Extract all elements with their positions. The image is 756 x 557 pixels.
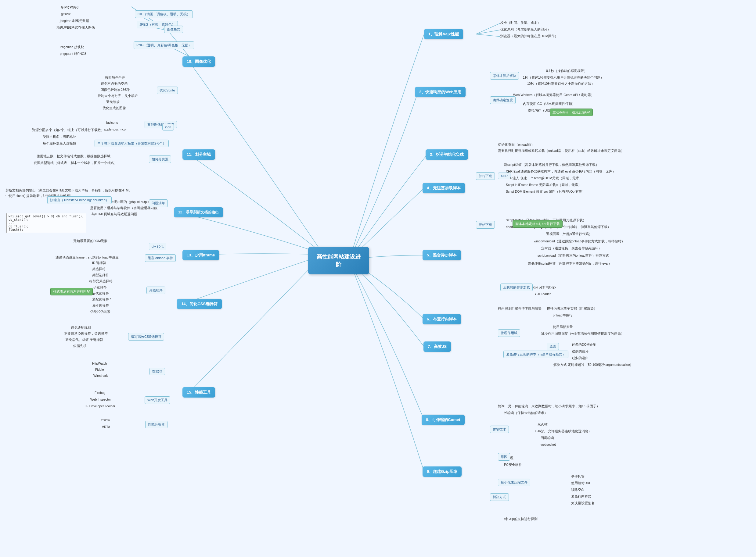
leaf-no-desc-tag: 避免后代、标签-子选择符	[65, 338, 104, 342]
sub-async-web: 互联网的异步加载	[500, 284, 533, 291]
sub-perf-analyzer: 性能分析器	[145, 421, 167, 428]
leaf-websocket: websocket	[541, 443, 556, 446]
sub-ensure-speed: 确保确定速度	[490, 96, 515, 104]
sub-script-parallel: 脚本本地定格<ul, chr并行下载	[512, 220, 563, 228]
leaf-type-domain: 资源类型选域（样式表、脚本一个域名，图片一个域名）	[33, 161, 117, 165]
leaf-calibrate: 校准（时间、质量、成本）	[500, 21, 541, 25]
sub-how-to-split: 如何分资源	[149, 155, 171, 163]
branch-8: 8、可伸缩的Comet	[422, 415, 465, 425]
sub-reason-9: 原因	[498, 453, 510, 461]
leaf-var-alias: 为决量设置别名	[571, 501, 595, 505]
leaf-ie-toolbar: IE Developer Toolbar	[85, 404, 115, 408]
leaf-inline-block: 行内脚本阻塞并行下载与渲染	[498, 307, 541, 311]
sub-efficient-css: 编写高效CSS选择符	[128, 333, 164, 341]
sub-web-devtools: Web开发工具	[145, 396, 170, 404]
svg-line-2	[476, 34, 500, 37]
leaf-reduce-scope: 减少作用域链深度（with有增长作用链链接深度的问题）	[541, 332, 624, 336]
leaf-size-align: 控制大小与对齐，灵个填近	[97, 94, 138, 98]
leaf-wireshark: Wireshark	[93, 374, 108, 377]
leaf-script-onload: script.onload（监听脚本的onload事件）推荐方式	[537, 254, 609, 258]
leaf-apple-touch: apple-touch-icon	[104, 127, 128, 131]
sub-solution-9: 解决方式	[490, 493, 509, 501]
leaf-no-wildcard: 避免通配规则	[71, 326, 91, 330]
svg-line-1	[476, 30, 500, 34]
leaf-gif-png8: GIF转PNG8	[61, 5, 78, 10]
leaf-256color: 闭颜色控制在256种	[101, 88, 130, 92]
leaf-move-to-top: 把行内脚本移至页部（阻塞渲染）	[547, 307, 597, 311]
leaf-browser-dom: 浏览器（最大的并稀住在是DOM操作）	[500, 34, 558, 38]
sub-block-onload: 阻塞 onload 事件	[145, 254, 176, 262]
leaf-html-domain: 与HTML页域名与导致延迟问题	[91, 212, 137, 216]
sub-avoid-longscript: 避免进行运长的脚本（js是单线程模式）	[503, 351, 568, 358]
branch-13: 13、少用iframe	[183, 250, 219, 260]
leaf-1sec: 1秒（超过1秒需要引示用户计算机正在解决这个问题）	[523, 76, 604, 80]
leaf-new-script-tag: 新script标签（高版本浏览器并行下载，依然阻塞其他资源下载）	[504, 163, 599, 167]
sub-xhr: XHR	[498, 173, 510, 179]
leaf-too-many-dom: 过多的DOM操作	[572, 343, 596, 347]
sub-single-download: 单个城下载资源尽为极限（开发数有限2-6个）	[94, 140, 169, 147]
leaf-resource-multi: 资源分配多个（如2个）域上（可以并行下载数）	[32, 128, 104, 132]
leaf-01sec: 0.1秒（操作UI的感觉极限）	[546, 69, 587, 73]
leaf-hash-domain: 使用地云数，把文件名转成整数，根据整数选择域	[37, 154, 110, 158]
leaf-web-inspector: Web Inspector	[90, 398, 111, 401]
leaf-local-var: 使用局部变量	[553, 325, 573, 329]
sub-min-uncompressed: 最小化未压缩文件	[498, 479, 530, 486]
leaf-yui-loader: YUI Loader	[534, 292, 551, 296]
branch-6: 6、布置行内脚本	[423, 314, 461, 324]
branch-5: 5、整合异步脚本	[423, 250, 461, 260]
leaf-10sec: 10秒（超过10秒需要百分之十新操作的方法）	[527, 82, 595, 86]
branch-7: 7、高效JS	[423, 342, 451, 352]
branch-1: 1、理解Aajx性能	[424, 29, 463, 39]
leaf-gifsicle: gifsicle	[61, 12, 71, 16]
leaf-memory-gc: 内存使用 GC（UI出现间断性停顿）	[523, 102, 576, 106]
leaf-callback-poll: 回调轮询	[541, 436, 554, 440]
branch-14: 14、简化CSS选择符	[177, 299, 222, 309]
leaf-wildcard-selector: 通配选择符 *	[92, 298, 111, 302]
leaf-attr-selector: 属性选择符	[92, 304, 109, 308]
leaf-relative-url: 使用相对URL	[571, 481, 591, 486]
leaf-transparent-callback: 透视回调（外部js通常行代码）	[546, 232, 592, 236]
leaf-too-many-recur: 过多的递归	[572, 356, 589, 360]
mind-map: 高性能网站建设进阶 1、理解Aajx性能 2、快速响应的Web应用 3、拆分初始…	[0, 0, 756, 557]
sub-icon: icon	[162, 124, 174, 130]
leaf-init-before: 初始化页面（onload前）	[498, 143, 534, 147]
branch-15: 15、性能工具	[183, 387, 215, 398]
sub-div-replace: div 代代	[149, 243, 166, 250]
code-block: while(ob_get_level() > 0) ob_end_flush()…	[6, 213, 86, 233]
leaf-no-id-class: 不要随意ID选择符，类选择符	[64, 332, 108, 336]
sub-png: PNG（透明、真彩色/调色板、无损）	[134, 41, 194, 49]
leaf-fiddle: Fiddle	[95, 368, 104, 371]
leaf-window-onload: window.onload（通过跟踪onload事件的方式加载，等待超时）	[534, 239, 625, 243]
leaf-pngcrush: Pngcrush 挤块块	[60, 45, 84, 49]
sub-transport-tech: 传输技术	[490, 426, 509, 433]
sub-manage-scope: 管理作用域	[498, 329, 520, 337]
branch-3: 3、拆分初始化负载	[426, 149, 468, 160]
leaf-script-iframe: Script in iFrame iframe 无阻塞加载js（同域，无库）	[506, 183, 582, 187]
branch-10: 10、图像优化	[183, 56, 215, 67]
leaf-remove-blank: 移除空白	[571, 488, 585, 492]
leaf-jpeg-progressive: 渐进JPEG格式存储大图像	[56, 26, 95, 30]
center-node: 高性能网站建设进阶	[308, 247, 369, 274]
sub-datapack: 数据包	[149, 368, 165, 375]
leaf-solution: 解决方式 定时器超过（50-100毫秒 arguments.callee）	[554, 363, 633, 367]
leaf-too-many-loop: 过多的循环	[572, 349, 589, 354]
leaf-max-conn: 每个服务器最大连接数	[43, 142, 76, 146]
leaf-follow-rule: 依循先求	[73, 344, 87, 348]
leaf-pngquant: pngquant 转PNG8	[60, 52, 86, 56]
sub-optimize-sprite: 优化Sprite	[157, 87, 178, 94]
leaf-child-selector: 子选择符	[93, 285, 107, 290]
branch-2: 2、快速响应的Web应用	[415, 87, 466, 97]
leaf-favicons: favicons	[106, 121, 118, 124]
leaf-firebug: Firebug	[94, 391, 106, 394]
leaf-class-selector: 类选择符	[92, 267, 106, 271]
leaf-yslow: YSlow	[101, 418, 110, 422]
sub-css-rtl: 样式表从右向左进行匹配	[50, 288, 93, 295]
leaf-script-dom: Script DOM Element 设置 src 属性（只有FF/Op 有库）	[506, 189, 585, 194]
leaf-color-merge: 按照颜色合并	[105, 76, 125, 80]
leaf-xhr-eval: XHR Eval 通过服务器获取脚本，再通过 eval 命令执行内容（同域，无库…	[506, 170, 616, 174]
leaf-vrta: VRTA	[102, 425, 110, 429]
sub-parallel-download: 并行下载	[476, 172, 495, 180]
leaf-id-selector: ID 选择符	[92, 261, 106, 265]
leaf-sibling-selector: 相邻兄弟选择符	[89, 279, 113, 284]
leaf-iframe-src: 通过动态设置iframe，src到到onload中设置	[56, 256, 119, 260]
